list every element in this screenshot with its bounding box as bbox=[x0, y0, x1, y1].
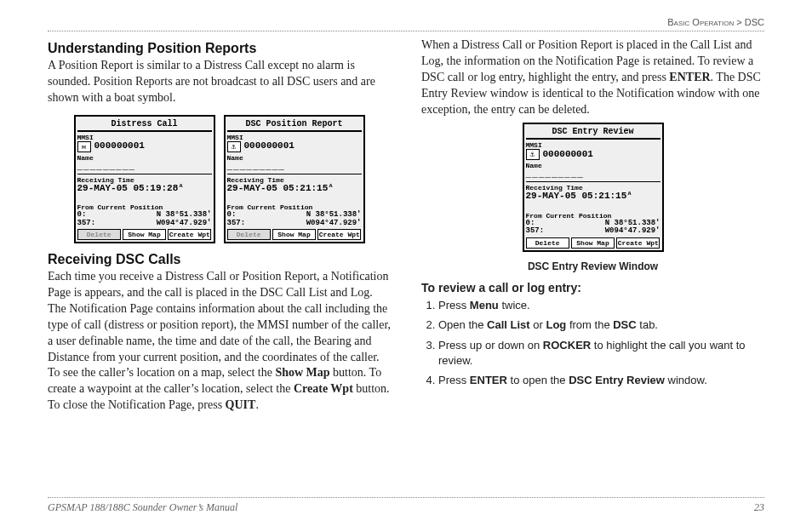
heading-position-reports: Understanding Position Reports bbox=[48, 41, 391, 56]
device-title: DSC Position Report bbox=[227, 118, 362, 132]
name-value: _________ bbox=[227, 162, 362, 172]
breadcrumb-sep: > bbox=[736, 17, 741, 27]
figure-row: Distress Call MMSI ✉ 000000001 Name ____… bbox=[48, 115, 391, 243]
delete-button[interactable]: Delete bbox=[227, 229, 271, 240]
rt-value: 29-MAY-05 05:21:15ᴬ bbox=[227, 184, 362, 194]
step-4: Press ENTER to open the DSC Entry Review… bbox=[438, 373, 764, 388]
device-entry-review: DSC Entry Review MMSI ⚓ 000000001 Name _… bbox=[523, 123, 664, 251]
device-title: Distress Call bbox=[77, 118, 212, 132]
mmsi-label: MMSI bbox=[227, 134, 362, 141]
steps-heading: To review a call or log entry: bbox=[421, 281, 764, 294]
name-label: Name bbox=[227, 154, 362, 162]
figure-row-review: DSC Entry Review MMSI ⚓ 000000001 Name _… bbox=[421, 123, 764, 251]
manual-page: Basic Operation > DSC Understanding Posi… bbox=[0, 0, 812, 526]
name-value: _________ bbox=[526, 169, 660, 180]
para-review-intro: When a Distress Call or Position Report … bbox=[421, 37, 764, 117]
name-value: _________ bbox=[77, 162, 212, 172]
name-label: Name bbox=[77, 154, 212, 162]
rt-value: 29-MAY-05 05:19:28ᴬ bbox=[77, 184, 212, 194]
step-1: Press Menu twice. bbox=[438, 298, 764, 313]
mmsi-label: MMSI bbox=[77, 134, 212, 141]
manual-title: GPSMAP 188/188C Sounder Owner’s Manual bbox=[48, 501, 237, 514]
coord-line2: W094°47.929' bbox=[605, 227, 660, 235]
page-footer: GPSMAP 188/188C Sounder Owner’s Manual 2… bbox=[48, 497, 764, 514]
dist-line2: 357: bbox=[227, 220, 246, 227]
name-label: Name bbox=[526, 162, 660, 169]
left-column: Understanding Position Reports A Positio… bbox=[48, 37, 391, 422]
coord-line2: W094°47.929' bbox=[306, 220, 362, 227]
rt-value: 29-MAY-05 05:21:15ᴬ bbox=[526, 192, 660, 202]
delete-button[interactable]: Delete bbox=[526, 237, 569, 249]
create-wpt-button[interactable]: Create Wpt bbox=[317, 229, 361, 240]
mmsi-value: 000000001 bbox=[94, 141, 145, 152]
right-column: When a Distress Call or Position Report … bbox=[421, 37, 764, 422]
step-2: Open the Call List or Log from the DSC t… bbox=[438, 317, 764, 333]
heading-receiving-dsc: Receiving DSC Calls bbox=[48, 252, 391, 267]
delete-button[interactable]: Delete bbox=[77, 229, 121, 240]
dist-line2: 357: bbox=[77, 220, 96, 227]
envelope-icon: ✉ bbox=[77, 141, 91, 152]
para-receiving-dsc: Each time you receive a Distress Call or… bbox=[48, 269, 391, 414]
show-map-button[interactable]: Show Map bbox=[272, 229, 316, 240]
breadcrumb-page: DSC bbox=[745, 17, 764, 27]
create-wpt-button[interactable]: Create Wpt bbox=[616, 237, 660, 249]
anchor-icon: ⚓ bbox=[526, 149, 540, 160]
coord-line2: W094°47.929' bbox=[157, 220, 212, 227]
mmsi-value: 000000001 bbox=[244, 141, 294, 152]
step-3: Press up or down on ROCKER to highlight … bbox=[438, 338, 764, 368]
steps-list: Press Menu twice. Open the Call List or … bbox=[421, 298, 764, 388]
device-distress-call: Distress Call MMSI ✉ 000000001 Name ____… bbox=[74, 115, 215, 243]
breadcrumb: Basic Operation > DSC bbox=[667, 17, 764, 27]
mmsi-label: MMSI bbox=[526, 141, 660, 149]
figure-caption: DSC Entry Review Window bbox=[421, 260, 764, 272]
para-position-reports: A Position Report is similar to a Distre… bbox=[48, 58, 391, 106]
breadcrumb-group: Basic Operation bbox=[667, 17, 734, 27]
show-map-button[interactable]: Show Map bbox=[571, 237, 615, 249]
show-map-button[interactable]: Show Map bbox=[123, 229, 166, 240]
create-wpt-button[interactable]: Create Wpt bbox=[168, 229, 211, 240]
header-rule bbox=[48, 31, 764, 31]
page-number: 23 bbox=[754, 501, 764, 514]
mmsi-value: 000000001 bbox=[543, 150, 593, 160]
device-title: DSC Entry Review bbox=[526, 126, 660, 140]
device-position-report: DSC Position Report MMSI ⚓ 000000001 Nam… bbox=[224, 115, 365, 243]
dist-line2: 357: bbox=[526, 227, 545, 235]
content-columns: Understanding Position Reports A Positio… bbox=[48, 37, 764, 422]
anchor-icon: ⚓ bbox=[227, 141, 241, 152]
